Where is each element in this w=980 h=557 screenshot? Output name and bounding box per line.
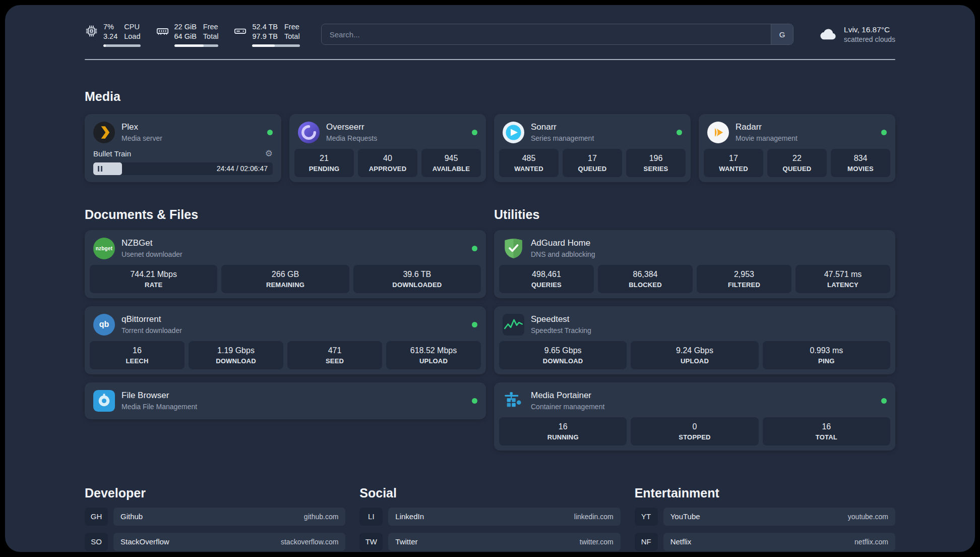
bookmark-abbr: NF <box>635 533 658 551</box>
stat-label: PENDING <box>296 165 352 173</box>
stat-value: 9.24 Gbps <box>633 346 756 355</box>
stat-tile: 498,461 QUERIES <box>499 265 594 293</box>
bookmark-name: Netflix <box>670 537 692 546</box>
qbittorrent-card[interactable]: qb qBittorrent Torrent downloader 16 LEE… <box>85 306 486 374</box>
nzbget-card[interactable]: nzbget NZBGet Usenet downloader 744.21 M… <box>85 230 486 298</box>
bookmark-link-github[interactable]: Github github.com <box>113 508 345 526</box>
stat-label: SEED <box>289 357 380 365</box>
ram-total-value: 64 GiB <box>174 32 197 41</box>
adguard-card[interactable]: AdGuard Home DNS and adblocking 498,461 … <box>494 230 895 298</box>
app-name: Media Portainer <box>531 391 604 401</box>
stat-label: AVAILABLE <box>423 165 479 173</box>
pause-icon[interactable] <box>98 166 102 172</box>
filebrowser-card[interactable]: File Browser Media File Management <box>85 382 486 419</box>
bookmark-name: Github <box>120 512 143 521</box>
status-dot <box>472 398 477 404</box>
stat-tile: 9.65 Gbps DOWNLOAD <box>499 341 627 369</box>
stat-label: UPLOAD <box>633 357 756 365</box>
stat-label: QUERIES <box>501 281 592 289</box>
stat-value: 744.21 Mbps <box>92 270 215 279</box>
stat-value: 16 <box>765 422 888 431</box>
playback-time: 24:44 / 02:06:47 <box>217 162 268 175</box>
bookmark-link-linkedin[interactable]: LinkedIn linkedin.com <box>388 508 620 526</box>
section-title-social: Social <box>359 486 620 500</box>
settings-gear-icon[interactable]: ⚙ <box>265 149 273 158</box>
bookmark-link-twitter[interactable]: Twitter twitter.com <box>388 533 620 551</box>
ram-icon <box>156 22 169 38</box>
stat-value: 498,461 <box>501 270 592 279</box>
bookmark-url: github.com <box>304 513 338 521</box>
app-desc: Media File Management <box>121 403 197 411</box>
disk-label-primary: Free <box>284 22 300 32</box>
stat-value: 17 <box>706 154 761 163</box>
disk-widget: 52.4 TB 97.9 TB Free Total <box>233 22 299 47</box>
bookmark-name: LinkedIn <box>395 512 424 521</box>
bookmark-link-netflix[interactable]: Netflix netflix.com <box>663 533 895 551</box>
app-desc: Container management <box>531 403 604 411</box>
sonarr-icon <box>503 122 524 143</box>
stat-value: 86,384 <box>600 270 691 279</box>
app-desc: Speedtest Tracking <box>531 326 591 335</box>
ram-usage-bar <box>174 44 219 47</box>
section-title-entertainment: Entertainment <box>635 486 895 500</box>
portainer-card[interactable]: Media Portainer Container management 16 … <box>494 382 895 451</box>
stat-tile: 9.24 Gbps UPLOAD <box>631 341 758 369</box>
adguard-shield-icon <box>503 238 524 259</box>
speedtest-card[interactable]: Speedtest Speedtest Tracking 9.65 Gbps D… <box>494 306 895 374</box>
stat-tile: 86,384 BLOCKED <box>598 265 693 293</box>
plex-card[interactable]: Plex Media server Bullet Train ⚙ 24:44 /… <box>85 114 281 182</box>
overseerr-icon <box>298 122 320 143</box>
app-desc: Usenet downloader <box>121 250 182 258</box>
stat-value: 834 <box>833 154 888 163</box>
overseerr-card[interactable]: Overseerr Media Requests 21 PENDING 40 A… <box>289 114 486 182</box>
search-bar[interactable]: G <box>321 24 793 45</box>
ram-widget: 22 GiB 64 GiB Free Total <box>156 22 219 47</box>
cpu-widget: 7% 3.24 CPU Load <box>85 22 141 47</box>
stat-tile: 266 GB REMAINING <box>221 265 349 293</box>
qbittorrent-icon: qb <box>93 314 115 336</box>
section-title-media: Media <box>85 89 895 104</box>
sonarr-card[interactable]: Sonarr Series management 485 WANTED 17 Q… <box>494 114 691 182</box>
stat-value: 196 <box>628 154 684 163</box>
stat-label: QUEUED <box>769 165 825 173</box>
documents-column: Documents & Files nzbget NZBGet Usenet d… <box>85 207 486 451</box>
bookmark-row: GH Github github.com <box>85 508 345 526</box>
dashboard-panel: 7% 3.24 CPU Load <box>5 5 975 552</box>
playback-progress-bar[interactable]: 24:44 / 02:06:47 <box>93 162 273 175</box>
bookmark-link-youtube[interactable]: YouTube youtube.com <box>663 508 895 526</box>
app-name: NZBGet <box>121 238 182 248</box>
bookmark-abbr: LI <box>359 508 383 526</box>
bookmark-link-stackoverflow[interactable]: StackOverflow stackoverflow.com <box>113 533 345 551</box>
bookmark-url: twitter.com <box>580 538 614 546</box>
cpu-chip-icon <box>85 22 98 38</box>
stat-value: 471 <box>289 346 380 355</box>
app-name: File Browser <box>121 391 197 401</box>
bookmark-row: LI LinkedIn linkedin.com <box>359 508 620 526</box>
disk-free-value: 52.4 TB <box>252 22 278 32</box>
plex-now-playing: Bullet Train ⚙ 24:44 / 02:06:47 <box>90 149 276 177</box>
cloud-icon <box>819 25 838 44</box>
cpu-load-value: 3.24 <box>103 32 117 41</box>
radarr-card[interactable]: Radarr Movie management 17 WANTED 22 QUE… <box>699 114 895 182</box>
stat-label: DOWNLOAD <box>191 357 281 365</box>
stat-value: 1.19 Gbps <box>191 346 281 355</box>
bookmark-name: YouTube <box>670 512 700 521</box>
stat-tile: 17 WANTED <box>704 149 763 177</box>
stat-value: 9.65 Gbps <box>501 346 625 355</box>
app-name: Speedtest <box>531 314 591 324</box>
app-name: Overseerr <box>326 122 377 132</box>
disk-label-secondary: Total <box>284 32 300 41</box>
app-desc: DNS and adblocking <box>531 250 595 258</box>
stat-value: 17 <box>565 154 620 163</box>
weather-widget[interactable]: Lviv, 16.87°C scattered clouds <box>819 25 895 44</box>
search-engine-button[interactable]: G <box>771 24 793 44</box>
app-name: Plex <box>121 122 162 132</box>
stat-value: 2,953 <box>699 270 789 279</box>
stat-tile: 47.571 ms LATENCY <box>795 265 890 293</box>
stat-label: DOWNLOAD <box>501 357 625 365</box>
search-input[interactable] <box>322 24 771 44</box>
stat-tile: 16 TOTAL <box>763 417 890 445</box>
app-desc: Media server <box>121 134 162 142</box>
app-desc: Series management <box>531 134 594 142</box>
stat-label: PING <box>765 357 888 365</box>
